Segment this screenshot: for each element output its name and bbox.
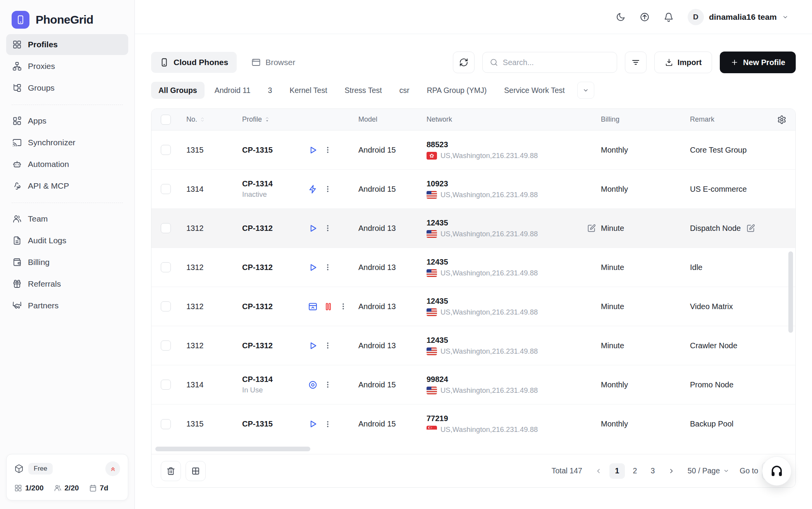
column-no[interactable]: No. bbox=[182, 115, 233, 124]
group-chip-android-11[interactable]: Android 11 bbox=[207, 82, 258, 99]
sidebar-item-synchronizer[interactable]: Synchronizer bbox=[6, 132, 128, 153]
row-checkbox[interactable] bbox=[161, 262, 171, 272]
row-checkbox[interactable] bbox=[161, 419, 171, 429]
row-menu-kebab-icon[interactable] bbox=[323, 185, 332, 193]
notifications-bell-icon[interactable] bbox=[664, 12, 674, 22]
profiles-table: No. Profile Model Network Billing Remark… bbox=[151, 108, 796, 488]
sort-desc-icon[interactable] bbox=[264, 117, 270, 122]
row-menu-kebab-icon[interactable] bbox=[323, 380, 332, 389]
row-menu-kebab-icon[interactable] bbox=[323, 224, 332, 232]
cell-model: Android 13 bbox=[349, 263, 417, 272]
sidebar-item-label: Partners bbox=[28, 301, 58, 310]
group-chip-service-work-test[interactable]: Service Work Test bbox=[497, 82, 572, 99]
next-page-button[interactable] bbox=[664, 464, 678, 478]
row-checkbox[interactable] bbox=[161, 301, 171, 311]
horizontal-scrollbar-thumb[interactable] bbox=[155, 447, 310, 451]
play-icon[interactable] bbox=[308, 419, 318, 429]
row-menu-kebab-icon[interactable] bbox=[323, 263, 332, 272]
sort-icon[interactable] bbox=[200, 117, 205, 122]
row-checkbox[interactable] bbox=[161, 223, 171, 233]
tab-browser[interactable]: Browser bbox=[243, 52, 304, 73]
gear-icon[interactable] bbox=[777, 115, 786, 124]
row-menu-kebab-icon[interactable] bbox=[323, 420, 332, 428]
group-chip-stress-test[interactable]: Stress Test bbox=[337, 82, 389, 99]
row-checkbox[interactable] bbox=[161, 340, 171, 351]
pause-icon[interactable] bbox=[323, 302, 333, 311]
page-button-3[interactable]: 3 bbox=[645, 463, 661, 479]
column-profile[interactable]: Profile bbox=[233, 115, 349, 124]
support-headset-button[interactable] bbox=[762, 456, 791, 486]
row-checkbox[interactable] bbox=[161, 184, 171, 194]
group-chip-all-groups[interactable]: All Groups bbox=[151, 82, 205, 99]
sidebar-item-label: Referrals bbox=[28, 279, 61, 289]
grid-icon bbox=[14, 484, 22, 492]
per-page-select[interactable]: 50 / Page bbox=[688, 466, 729, 475]
group-chip-3[interactable]: 3 bbox=[261, 82, 280, 99]
main-area: D dinamalia16 team Cloud Phones Browser bbox=[135, 0, 812, 509]
bolt-icon[interactable] bbox=[308, 184, 318, 194]
play-icon[interactable] bbox=[308, 145, 318, 155]
grid-view-button[interactable] bbox=[186, 461, 206, 481]
row-checkbox[interactable] bbox=[161, 145, 171, 155]
cell-model: Android 13 bbox=[349, 302, 417, 311]
sidebar-item-apps[interactable]: Apps bbox=[6, 110, 128, 131]
cell-network: 12435US,Washington,216.231.49.88 bbox=[417, 336, 592, 356]
new-profile-button[interactable]: New Profile bbox=[720, 52, 796, 73]
import-button[interactable]: Import bbox=[654, 52, 712, 73]
network-id: 10923 bbox=[427, 179, 592, 188]
topbar: D dinamalia16 team bbox=[135, 0, 812, 34]
group-chip-rpa-group-ymj-[interactable]: RPA Group (YMJ) bbox=[420, 82, 494, 99]
sidebar-item-profiles[interactable]: Profiles bbox=[6, 34, 128, 55]
cell-billing: Minute bbox=[592, 302, 681, 311]
sidebar-item-billing[interactable]: Billing bbox=[6, 252, 128, 273]
cell-model: Android 13 bbox=[349, 341, 417, 350]
sidebar-item-label: Apps bbox=[28, 116, 46, 126]
search-input[interactable] bbox=[503, 58, 610, 67]
sidebar-item-automation[interactable]: Automation bbox=[6, 154, 128, 175]
account-menu[interactable]: D dinamalia16 team bbox=[688, 9, 789, 25]
prev-page-button[interactable] bbox=[592, 464, 606, 478]
cell-billing: Minute bbox=[592, 224, 681, 233]
play-icon[interactable] bbox=[308, 341, 318, 351]
vertical-scrollbar-thumb[interactable] bbox=[788, 251, 793, 333]
country-flag-us bbox=[427, 269, 437, 277]
select-all-checkbox[interactable] bbox=[161, 115, 171, 125]
file-icon bbox=[12, 236, 22, 245]
sidebar-item-partners[interactable]: Partners bbox=[6, 295, 128, 316]
row-menu-kebab-icon[interactable] bbox=[323, 341, 332, 350]
row-menu-kebab-icon[interactable] bbox=[339, 302, 348, 311]
sidebar-item-audit-logs[interactable]: Audit Logs bbox=[6, 230, 128, 251]
winup-icon[interactable] bbox=[308, 302, 318, 311]
sidebar-item-team[interactable]: Team bbox=[6, 208, 128, 229]
duration-quota: 7d bbox=[89, 484, 108, 492]
dark-mode-toggle-moon-icon[interactable] bbox=[616, 12, 626, 22]
row-menu-kebab-icon[interactable] bbox=[323, 146, 332, 154]
sidebar-item-api-mcp[interactable]: API & MCP bbox=[6, 175, 128, 196]
group-chip-csr[interactable]: csr bbox=[392, 82, 417, 99]
cell-remark: Promo Node bbox=[681, 380, 768, 389]
edit-billing-icon[interactable] bbox=[587, 224, 596, 233]
play-icon[interactable] bbox=[308, 263, 318, 272]
search-box bbox=[482, 52, 617, 73]
tab-cloud-phones[interactable]: Cloud Phones bbox=[151, 52, 237, 73]
upgrade-circle-up-icon[interactable] bbox=[640, 12, 650, 22]
row-checkbox[interactable] bbox=[161, 380, 171, 390]
sidebar-item-label: Proxies bbox=[28, 62, 55, 71]
page-button-1[interactable]: 1 bbox=[609, 463, 625, 479]
upgrade-plan-button[interactable] bbox=[105, 461, 120, 476]
filter-button[interactable] bbox=[625, 52, 647, 73]
page-button-2[interactable]: 2 bbox=[627, 463, 643, 479]
edit-remark-icon[interactable] bbox=[746, 224, 755, 233]
disc-icon[interactable] bbox=[308, 380, 318, 390]
tree-icon bbox=[12, 83, 22, 93]
sidebar-item-proxies[interactable]: Proxies bbox=[6, 56, 128, 77]
cell-profile: CP-1312 bbox=[233, 263, 349, 272]
play-icon[interactable] bbox=[308, 224, 318, 233]
delete-selected-button[interactable] bbox=[161, 461, 181, 481]
group-chip-kernel-test[interactable]: Kernel Test bbox=[282, 82, 334, 99]
sidebar-item-groups[interactable]: Groups bbox=[6, 77, 128, 98]
refresh-button[interactable] bbox=[453, 52, 475, 73]
groups-expand-button[interactable] bbox=[577, 82, 594, 99]
cell-remark: Crawler Node bbox=[681, 341, 768, 350]
sidebar-item-referrals[interactable]: Referrals bbox=[6, 273, 128, 294]
